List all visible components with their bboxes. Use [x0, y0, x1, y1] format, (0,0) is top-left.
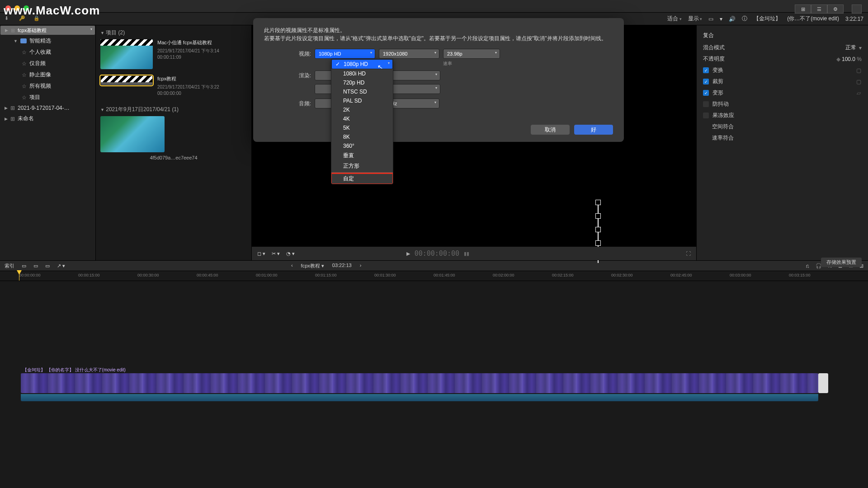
fullscreen-icon[interactable]: ⛶	[686, 251, 691, 256]
project-meta: 2021/9/172017/04/21 下午3:1400:00:11:09	[157, 48, 247, 61]
clip-label: 【金坷垃】 【你的名字】 没什么大不了(movie edit)	[23, 367, 126, 373]
dropdown-item[interactable]: 360°	[331, 141, 393, 150]
project-settings-dialog: 此片段的视频属性不是标准属性。 若要基于此片段设定项目属性，请从"格式"弹出式菜…	[253, 18, 624, 142]
enhance-tool-icon[interactable]: ◔ ▾	[286, 251, 295, 257]
play-button[interactable]	[406, 251, 410, 257]
dropdown-item[interactable]: 720p HD	[331, 78, 393, 87]
project-item-1[interactable]: Mac小伯通 fcpx基础教程 2021/9/172017/04/21 下午3:…	[100, 39, 247, 69]
rate-select[interactable]: 23.98p	[443, 49, 500, 59]
dropdown-item[interactable]: 正方形	[331, 161, 393, 171]
cursor-icon: ↖	[377, 63, 384, 71]
clip-end-marker[interactable]	[818, 373, 828, 393]
project-item-2[interactable]: fcpx教程 2021/9/172017/04/21 下午3:2200:00:0…	[100, 75, 247, 97]
ruler-tick: 00:01:15:00	[315, 273, 337, 277]
watermark: www.MacW.com	[4, 4, 100, 18]
dropdown-item[interactable]: PAL SD	[331, 96, 393, 105]
nav-next-icon[interactable]: ›	[360, 263, 362, 269]
rate-conform-row[interactable]: 速率符合	[703, 132, 862, 144]
browser-heading: ▼ 项目 (2)	[100, 29, 247, 37]
timeline-toolbar: 索引 ▭ ▭ ▭ ↗ ▾ ‹ fcpx教程 ▾ 03:22:13 › ⎌ 🎧 N…	[0, 260, 868, 271]
stabilize-row[interactable]: 防抖动	[703, 99, 862, 110]
timeline-timecode: 03:22:13	[332, 263, 352, 269]
layout-settings-icon[interactable]: ⚙	[827, 5, 844, 14]
clip-sub: (你…不了(movie edit)	[787, 15, 839, 23]
dropdown-item[interactable]: 4K	[331, 114, 393, 123]
spatial-row[interactable]: 空间符合	[703, 121, 862, 132]
clip-name: 【金坷垃】	[754, 15, 781, 23]
pause-icon[interactable]: ▮▮	[464, 251, 469, 257]
display-select[interactable]: 显示	[688, 15, 703, 23]
dropdown-item[interactable]: 5K	[331, 123, 393, 132]
sidebar-favorites[interactable]: 个人收藏	[0, 47, 95, 58]
sidebar-unnamed[interactable]: ▶未命名	[0, 113, 95, 124]
sidebar-stills[interactable]: 静止图像	[0, 69, 95, 80]
render-label: 渲染:	[264, 72, 311, 80]
project-title: Mac小伯通 fcpx基础教程	[157, 39, 247, 46]
sidebar-audio-only[interactable]: 仅音频	[0, 58, 95, 69]
index-button[interactable]: 索引	[5, 263, 14, 269]
transform-tool-icon[interactable]: ◻ ▾	[257, 251, 265, 257]
opacity-row[interactable]: 不透明度◆100.0	[703, 53, 862, 65]
tl-tool-icon[interactable]: ▭	[22, 263, 26, 269]
dropdown-item[interactable]: 垂直	[331, 150, 393, 161]
playhead[interactable]	[19, 271, 19, 281]
project-meta: 2021/9/172017/04/21 下午3:2200:00:00:00	[157, 84, 247, 97]
video-tab2-icon[interactable]: ▾	[720, 16, 722, 22]
timeline-title: fcpx教程 ▾	[301, 263, 324, 269]
dropdown-item[interactable]: 2K	[331, 105, 393, 114]
timeline-body[interactable]: 【金坷垃】 【你的名字】 没什么大不了(movie edit)	[0, 281, 868, 483]
sidebar-event[interactable]: ▶2021-9-172017-04-…	[0, 103, 95, 113]
rolling-row[interactable]: 果冻效应	[703, 110, 862, 121]
ruler-tick: 00:01:00:00	[256, 273, 278, 277]
format-dropdown[interactable]: 1080p HD1080i HD720p HDNTSC SDPAL SD2K4K…	[331, 59, 393, 184]
audio-clip[interactable]	[21, 394, 818, 401]
layout-list-icon[interactable]: ☰	[811, 5, 827, 14]
save-preset-button[interactable]: 存储效果预置	[821, 258, 862, 267]
browser-section-2: ▼ 2021年9月17日2017/04/21 (1)	[100, 106, 247, 113]
blend-mode-row[interactable]: 混合模式正常▾	[703, 42, 862, 53]
clip-caption: 4f5d079a…ec7eee74	[100, 155, 247, 160]
dropdown-item[interactable]: 1080i HD	[331, 69, 393, 78]
sidebar-smart[interactable]: ▼智能精选	[0, 35, 95, 47]
ruler-tick: 00:03:15:00	[789, 273, 811, 277]
distort-row[interactable]: ✓变形▱	[703, 87, 862, 99]
audio-label: 音频:	[264, 100, 311, 108]
ruler-tick: 00:00:45:00	[197, 273, 218, 277]
tl-tool-icon[interactable]: ▭	[33, 263, 38, 269]
audio-tab-icon[interactable]: 🔊	[729, 16, 736, 22]
viewer-transport: ◻ ▾ ✂ ▾ ◔ ▾ 00:00:00:00 ▮▮ ⛶	[252, 247, 696, 260]
video-clip[interactable]	[21, 373, 818, 393]
resolution-select[interactable]: 868x488	[379, 49, 439, 59]
dropdown-item[interactable]: NTSC SD	[331, 87, 393, 96]
dropdown-item[interactable]: 1080p HD	[331, 59, 393, 69]
ruler-tick: 00:02:45:00	[670, 273, 692, 277]
retime-tool-icon[interactable]: ✂ ▾	[272, 251, 280, 257]
sidebar-projects[interactable]: 项目	[0, 92, 95, 103]
video-tab-icon[interactable]: ▭	[708, 16, 713, 22]
timeline-ruler[interactable]: 00:00:00:0000:00:15:0000:00:30:0000:00:4…	[0, 271, 868, 281]
info-tab-icon[interactable]: ⓘ	[742, 15, 747, 23]
format-select[interactable]: 1080p HD	[315, 49, 375, 59]
layout-segmented[interactable]: ⊞ ☰ ⚙	[795, 5, 844, 14]
sidebar-all-video[interactable]: 所有视频	[0, 80, 95, 92]
tl-opt-icon[interactable]: ⎌	[806, 263, 809, 269]
share-button[interactable]	[852, 5, 862, 14]
tl-arrow-icon[interactable]: ↗ ▾	[57, 263, 65, 269]
project-thumb	[100, 39, 153, 69]
inspector-composite-header: 复合	[703, 32, 862, 39]
nav-prev-icon[interactable]: ‹	[291, 263, 293, 269]
crop-row[interactable]: ✓裁剪▢	[703, 76, 862, 87]
ruler-tick: 00:00:30:00	[137, 273, 159, 277]
cancel-button[interactable]: 取消	[531, 125, 570, 135]
titlebar: ⊞ ☰ ⚙	[0, 0, 868, 13]
clip-thumb[interactable]	[100, 116, 165, 152]
ok-button[interactable]: 好	[574, 125, 613, 135]
dropdown-item-custom[interactable]: 自定	[331, 174, 393, 184]
tl-tool-icon[interactable]: ▭	[45, 263, 50, 269]
sidebar-library-root[interactable]: ▶fcpx基础教程	[0, 25, 95, 35]
fit-select[interactable]: 适合	[667, 15, 682, 23]
video-label: 视频:	[264, 50, 311, 58]
dropdown-item[interactable]: 8K	[331, 132, 393, 141]
transform-row[interactable]: ✓变换▢	[703, 65, 862, 76]
layout-grid-icon[interactable]: ⊞	[795, 5, 811, 14]
